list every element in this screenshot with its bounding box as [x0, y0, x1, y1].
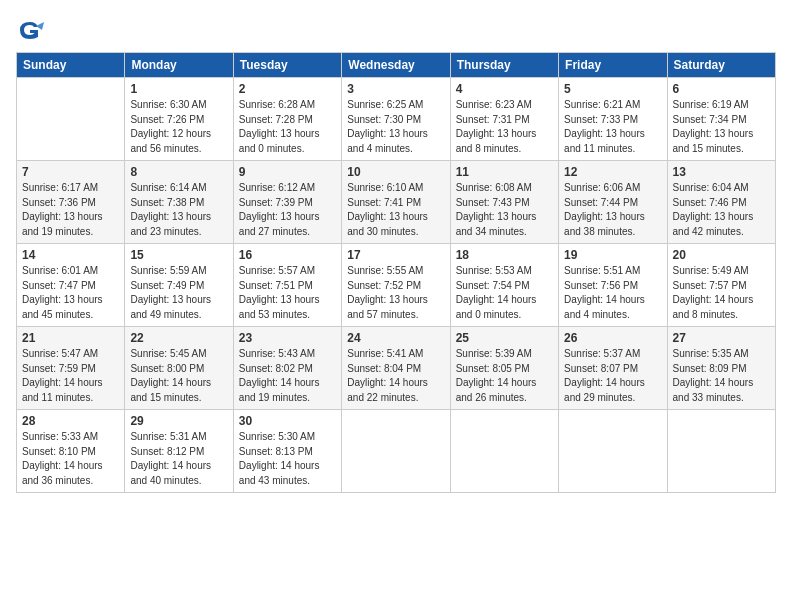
day-cell: 15Sunrise: 5:59 AM Sunset: 7:49 PM Dayli…: [125, 244, 233, 327]
day-cell: 30Sunrise: 5:30 AM Sunset: 8:13 PM Dayli…: [233, 410, 341, 493]
day-cell: 11Sunrise: 6:08 AM Sunset: 7:43 PM Dayli…: [450, 161, 558, 244]
day-number: 27: [673, 331, 770, 345]
day-info: Sunrise: 6:17 AM Sunset: 7:36 PM Dayligh…: [22, 181, 119, 239]
day-number: 25: [456, 331, 553, 345]
day-info: Sunrise: 5:41 AM Sunset: 8:04 PM Dayligh…: [347, 347, 444, 405]
day-info: Sunrise: 6:25 AM Sunset: 7:30 PM Dayligh…: [347, 98, 444, 156]
day-number: 19: [564, 248, 661, 262]
day-number: 3: [347, 82, 444, 96]
day-info: Sunrise: 5:53 AM Sunset: 7:54 PM Dayligh…: [456, 264, 553, 322]
day-info: Sunrise: 6:23 AM Sunset: 7:31 PM Dayligh…: [456, 98, 553, 156]
day-info: Sunrise: 6:04 AM Sunset: 7:46 PM Dayligh…: [673, 181, 770, 239]
day-cell: 23Sunrise: 5:43 AM Sunset: 8:02 PM Dayli…: [233, 327, 341, 410]
day-cell: [559, 410, 667, 493]
week-row-2: 7Sunrise: 6:17 AM Sunset: 7:36 PM Daylig…: [17, 161, 776, 244]
day-number: 6: [673, 82, 770, 96]
day-cell: [450, 410, 558, 493]
day-info: Sunrise: 5:43 AM Sunset: 8:02 PM Dayligh…: [239, 347, 336, 405]
day-cell: 7Sunrise: 6:17 AM Sunset: 7:36 PM Daylig…: [17, 161, 125, 244]
day-number: 26: [564, 331, 661, 345]
day-cell: 18Sunrise: 5:53 AM Sunset: 7:54 PM Dayli…: [450, 244, 558, 327]
logo-icon: [16, 16, 44, 44]
day-info: Sunrise: 6:01 AM Sunset: 7:47 PM Dayligh…: [22, 264, 119, 322]
day-cell: 3Sunrise: 6:25 AM Sunset: 7:30 PM Daylig…: [342, 78, 450, 161]
day-info: Sunrise: 5:37 AM Sunset: 8:07 PM Dayligh…: [564, 347, 661, 405]
day-info: Sunrise: 6:30 AM Sunset: 7:26 PM Dayligh…: [130, 98, 227, 156]
day-cell: [342, 410, 450, 493]
weekday-header-monday: Monday: [125, 53, 233, 78]
weekday-header-sunday: Sunday: [17, 53, 125, 78]
calendar-table: SundayMondayTuesdayWednesdayThursdayFrid…: [16, 52, 776, 493]
day-number: 30: [239, 414, 336, 428]
week-row-1: 1Sunrise: 6:30 AM Sunset: 7:26 PM Daylig…: [17, 78, 776, 161]
day-info: Sunrise: 6:10 AM Sunset: 7:41 PM Dayligh…: [347, 181, 444, 239]
day-info: Sunrise: 5:59 AM Sunset: 7:49 PM Dayligh…: [130, 264, 227, 322]
day-number: 8: [130, 165, 227, 179]
day-cell: 21Sunrise: 5:47 AM Sunset: 7:59 PM Dayli…: [17, 327, 125, 410]
day-number: 1: [130, 82, 227, 96]
day-cell: 26Sunrise: 5:37 AM Sunset: 8:07 PM Dayli…: [559, 327, 667, 410]
day-info: Sunrise: 5:51 AM Sunset: 7:56 PM Dayligh…: [564, 264, 661, 322]
day-number: 13: [673, 165, 770, 179]
day-info: Sunrise: 5:33 AM Sunset: 8:10 PM Dayligh…: [22, 430, 119, 488]
day-cell: 12Sunrise: 6:06 AM Sunset: 7:44 PM Dayli…: [559, 161, 667, 244]
day-number: 23: [239, 331, 336, 345]
day-number: 12: [564, 165, 661, 179]
day-number: 7: [22, 165, 119, 179]
week-row-3: 14Sunrise: 6:01 AM Sunset: 7:47 PM Dayli…: [17, 244, 776, 327]
day-info: Sunrise: 6:14 AM Sunset: 7:38 PM Dayligh…: [130, 181, 227, 239]
day-cell: 22Sunrise: 5:45 AM Sunset: 8:00 PM Dayli…: [125, 327, 233, 410]
day-number: 22: [130, 331, 227, 345]
logo: [16, 16, 48, 44]
day-cell: [17, 78, 125, 161]
day-cell: 14Sunrise: 6:01 AM Sunset: 7:47 PM Dayli…: [17, 244, 125, 327]
day-number: 5: [564, 82, 661, 96]
week-row-4: 21Sunrise: 5:47 AM Sunset: 7:59 PM Dayli…: [17, 327, 776, 410]
weekday-header-thursday: Thursday: [450, 53, 558, 78]
day-number: 10: [347, 165, 444, 179]
day-cell: 6Sunrise: 6:19 AM Sunset: 7:34 PM Daylig…: [667, 78, 775, 161]
day-cell: 5Sunrise: 6:21 AM Sunset: 7:33 PM Daylig…: [559, 78, 667, 161]
day-info: Sunrise: 6:21 AM Sunset: 7:33 PM Dayligh…: [564, 98, 661, 156]
day-info: Sunrise: 6:08 AM Sunset: 7:43 PM Dayligh…: [456, 181, 553, 239]
weekday-header-tuesday: Tuesday: [233, 53, 341, 78]
day-number: 4: [456, 82, 553, 96]
day-cell: 25Sunrise: 5:39 AM Sunset: 8:05 PM Dayli…: [450, 327, 558, 410]
day-cell: 28Sunrise: 5:33 AM Sunset: 8:10 PM Dayli…: [17, 410, 125, 493]
day-cell: 24Sunrise: 5:41 AM Sunset: 8:04 PM Dayli…: [342, 327, 450, 410]
day-info: Sunrise: 5:30 AM Sunset: 8:13 PM Dayligh…: [239, 430, 336, 488]
weekday-header-friday: Friday: [559, 53, 667, 78]
day-cell: 27Sunrise: 5:35 AM Sunset: 8:09 PM Dayli…: [667, 327, 775, 410]
day-cell: [667, 410, 775, 493]
day-cell: 10Sunrise: 6:10 AM Sunset: 7:41 PM Dayli…: [342, 161, 450, 244]
day-cell: 13Sunrise: 6:04 AM Sunset: 7:46 PM Dayli…: [667, 161, 775, 244]
day-cell: 17Sunrise: 5:55 AM Sunset: 7:52 PM Dayli…: [342, 244, 450, 327]
page-header: [16, 16, 776, 44]
weekday-header-row: SundayMondayTuesdayWednesdayThursdayFrid…: [17, 53, 776, 78]
day-number: 18: [456, 248, 553, 262]
day-cell: 16Sunrise: 5:57 AM Sunset: 7:51 PM Dayli…: [233, 244, 341, 327]
day-info: Sunrise: 6:28 AM Sunset: 7:28 PM Dayligh…: [239, 98, 336, 156]
day-cell: 4Sunrise: 6:23 AM Sunset: 7:31 PM Daylig…: [450, 78, 558, 161]
day-number: 21: [22, 331, 119, 345]
day-number: 11: [456, 165, 553, 179]
day-info: Sunrise: 5:47 AM Sunset: 7:59 PM Dayligh…: [22, 347, 119, 405]
day-number: 14: [22, 248, 119, 262]
day-number: 15: [130, 248, 227, 262]
day-cell: 20Sunrise: 5:49 AM Sunset: 7:57 PM Dayli…: [667, 244, 775, 327]
day-number: 9: [239, 165, 336, 179]
day-info: Sunrise: 5:55 AM Sunset: 7:52 PM Dayligh…: [347, 264, 444, 322]
day-info: Sunrise: 6:06 AM Sunset: 7:44 PM Dayligh…: [564, 181, 661, 239]
day-info: Sunrise: 5:31 AM Sunset: 8:12 PM Dayligh…: [130, 430, 227, 488]
day-number: 28: [22, 414, 119, 428]
day-number: 20: [673, 248, 770, 262]
day-cell: 19Sunrise: 5:51 AM Sunset: 7:56 PM Dayli…: [559, 244, 667, 327]
day-info: Sunrise: 6:19 AM Sunset: 7:34 PM Dayligh…: [673, 98, 770, 156]
day-info: Sunrise: 5:49 AM Sunset: 7:57 PM Dayligh…: [673, 264, 770, 322]
day-number: 16: [239, 248, 336, 262]
weekday-header-saturday: Saturday: [667, 53, 775, 78]
day-cell: 2Sunrise: 6:28 AM Sunset: 7:28 PM Daylig…: [233, 78, 341, 161]
day-info: Sunrise: 5:57 AM Sunset: 7:51 PM Dayligh…: [239, 264, 336, 322]
weekday-header-wednesday: Wednesday: [342, 53, 450, 78]
day-cell: 29Sunrise: 5:31 AM Sunset: 8:12 PM Dayli…: [125, 410, 233, 493]
